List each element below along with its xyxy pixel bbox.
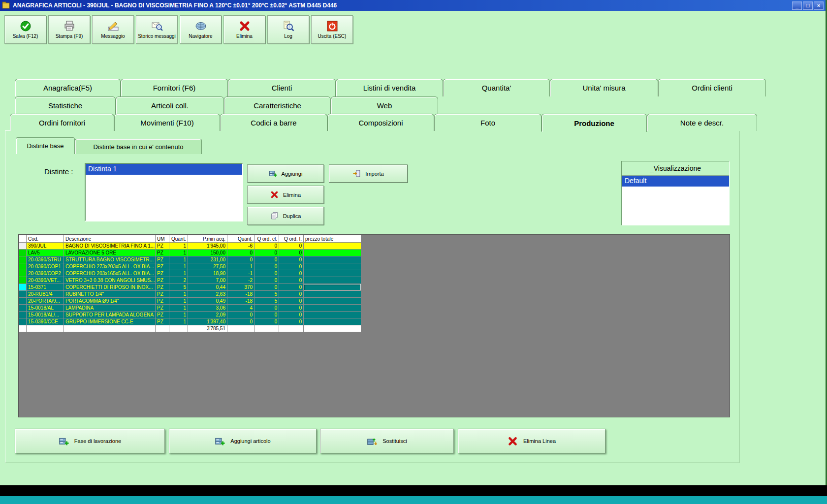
col-header-1[interactable]: Cod. xyxy=(27,235,64,243)
cell-um[interactable]: PZ xyxy=(156,250,169,256)
tab-statistiche[interactable]: Statistiche xyxy=(15,96,116,114)
cell-prezzo_totale[interactable] xyxy=(304,243,361,250)
cell-q_ord_f[interactable]: 0 xyxy=(279,284,304,291)
col-header-4[interactable]: Quant. xyxy=(169,235,188,243)
aggiungi-button[interactable]: Aggiungi xyxy=(247,164,324,183)
cell-p_min_acq[interactable]: 27,50 xyxy=(188,263,227,270)
cell-cod[interactable]: 20-0390/VET... xyxy=(27,277,64,284)
minimize-button[interactable]: _ xyxy=(792,1,802,10)
grid-row-7[interactable]: 15-0371COPERCHIETTI DI RIPOSO IN INOX...… xyxy=(19,284,361,291)
cell-p_min_acq[interactable]: 18,90 xyxy=(188,270,227,277)
importa-button[interactable]: Importa xyxy=(329,164,408,183)
row-marker[interactable] xyxy=(19,298,27,305)
row-marker[interactable] xyxy=(19,312,27,318)
cell-p_min_acq[interactable]: 2,63 xyxy=(188,291,227,298)
cell-prezzo_totale[interactable] xyxy=(304,318,361,325)
cell-quant[interactable]: 1 xyxy=(169,256,188,263)
cell-q_ord_cl[interactable]: 0 xyxy=(254,277,279,284)
cell-descrizione[interactable]: GRUPPO IMMERSIONE CC-E xyxy=(64,318,156,325)
cell-um[interactable]: PZ xyxy=(156,243,169,250)
cell-descrizione[interactable]: STRUTTURA BAGNO VISCOSIMETR... xyxy=(64,256,156,263)
grid-row-6[interactable]: 20-0390/VET...VETRO 3+3 0.38 CON ANGOLI … xyxy=(19,277,361,284)
row-marker[interactable] xyxy=(19,263,27,270)
titlebar[interactable]: ANAGRAFICA ARTICOLI - 390/JUL - BAGNO DI… xyxy=(0,0,826,11)
row-marker[interactable] xyxy=(19,305,27,312)
cell-cod[interactable]: 15-0018/AL xyxy=(27,305,64,312)
cell-quant[interactable]: 1 xyxy=(169,305,188,312)
visualizzazione-list-item[interactable]: Default xyxy=(622,176,729,187)
stampa-button[interactable]: Stampa (F9) xyxy=(48,15,90,44)
maximize-button[interactable]: □ xyxy=(803,1,813,10)
row-marker[interactable] xyxy=(19,277,27,284)
cell-q_ord_f[interactable]: 0 xyxy=(279,277,304,284)
cell-quant[interactable]: 2 xyxy=(169,277,188,284)
row-marker[interactable] xyxy=(19,318,27,325)
cell-um[interactable]: PZ xyxy=(156,263,169,270)
cell-q_ord_cl[interactable]: 0 xyxy=(254,256,279,263)
row-marker[interactable] xyxy=(19,270,27,277)
cell-um[interactable]: PZ xyxy=(156,291,169,298)
grid-row-4[interactable]: 20-0390/COP1COPERCHIO 273x203x5 ALL. OX … xyxy=(19,263,361,270)
cell-cod[interactable]: 20-0390/COP2 xyxy=(27,270,64,277)
cell-q_ord_cl[interactable]: 0 xyxy=(254,243,279,250)
tab-clienti[interactable]: Clienti xyxy=(228,79,336,96)
tab-produzione[interactable]: Produzione xyxy=(541,114,647,132)
col-header-6[interactable]: Quant. xyxy=(227,235,254,243)
cell-quant[interactable]: 1 xyxy=(169,270,188,277)
cell-descrizione[interactable]: COPERCHIO 203x165x5 ALL. OX BIA... xyxy=(64,270,156,277)
grid-row-9[interactable]: 20-PORTA/9...PORTAGOMMA Ø9 1/4''PZ10,49-… xyxy=(19,298,361,305)
cell-cod[interactable]: 20-0390/STRU xyxy=(27,256,64,263)
cell-descrizione[interactable]: SUPPORTO PER LAMPADA ALOGENA xyxy=(64,312,156,318)
cell-descrizione[interactable]: RUBINETTO 1/4'' xyxy=(64,291,156,298)
cell-um[interactable]: PZ xyxy=(156,318,169,325)
cell-p_min_acq[interactable]: 231,00 xyxy=(188,256,227,263)
row-marker[interactable] xyxy=(19,250,27,256)
cell-cod[interactable]: 20-RUB1/4 xyxy=(27,291,64,298)
grid-row-12[interactable]: 15-0390/CCEGRUPPO IMMERSIONE CC-EPZ11'39… xyxy=(19,318,361,325)
cell-q_ord_cl[interactable]: 0 xyxy=(254,318,279,325)
cell-descrizione[interactable]: COPERCHIETTI DI RIPOSO IN INOX... xyxy=(64,284,156,291)
tab-note-e-descr[interactable]: Note e descr. xyxy=(647,114,757,131)
cell-q_ord_cl[interactable]: 0 xyxy=(254,250,279,256)
elimina-linea-button[interactable]: Elimina Linea xyxy=(458,429,605,453)
grid-row-3[interactable]: 20-0390/STRUSTRUTTURA BAGNO VISCOSIMETR.… xyxy=(19,256,361,263)
cell-descrizione[interactable]: LAMPADINA xyxy=(64,305,156,312)
close-button[interactable]: × xyxy=(814,1,824,10)
uscita-button[interactable]: Uscita (ESC) xyxy=(311,15,353,44)
tab-movimenti-f10[interactable]: Movimenti (F10) xyxy=(114,114,220,131)
tab-composizioni[interactable]: Composizioni xyxy=(327,114,434,131)
navigatore-button[interactable]: Navigatore xyxy=(180,15,222,44)
cell-q_ord_f[interactable]: 0 xyxy=(279,243,304,250)
grid-row-5[interactable]: 20-0390/COP2COPERCHIO 203x165x5 ALL. OX … xyxy=(19,270,361,277)
subtab-distinte-base[interactable]: Distinte base xyxy=(16,137,75,154)
cell-q_ord_cl[interactable]: 0 xyxy=(254,284,279,291)
cell-quant2[interactable]: 0 xyxy=(227,256,254,263)
col-header-2[interactable]: Descrizione xyxy=(64,235,156,243)
cell-quant[interactable]: 1 xyxy=(169,312,188,318)
cell-p_min_acq[interactable]: 1'397,40 xyxy=(188,318,227,325)
tab-ordini-fornitori[interactable]: Ordini fornitori xyxy=(10,114,114,131)
cell-quant2[interactable]: -18 xyxy=(227,298,254,305)
tab-codici-a-barre[interactable]: Codici a barre xyxy=(220,114,327,131)
cell-p_min_acq[interactable]: 0,44 xyxy=(188,284,227,291)
tab-quantita[interactable]: Quantita' xyxy=(443,79,550,96)
cell-prezzo_totale[interactable] xyxy=(304,256,361,263)
elimina-button[interactable]: Elimina xyxy=(223,15,265,44)
sostituisci-button[interactable]: Sostituisci xyxy=(320,429,454,453)
log-button[interactable]: Log xyxy=(267,15,309,44)
row-marker[interactable] xyxy=(19,284,27,291)
cell-um[interactable]: PZ xyxy=(156,305,169,312)
cell-q_ord_cl[interactable]: 0 xyxy=(254,312,279,318)
cell-quant[interactable]: 1 xyxy=(169,250,188,256)
cell-um[interactable]: PZ xyxy=(156,277,169,284)
cell-um[interactable]: PZ xyxy=(156,270,169,277)
cell-q_ord_f[interactable]: 0 xyxy=(279,270,304,277)
cell-quant2[interactable]: 0 xyxy=(227,250,254,256)
cell-quant2[interactable]: -2 xyxy=(227,277,254,284)
tab-ordini-clienti[interactable]: Ordini clienti xyxy=(658,79,766,96)
cell-quant[interactable]: 1 xyxy=(169,243,188,250)
cell-descrizione[interactable]: LAVORAZIONE 5 ORE xyxy=(64,250,156,256)
col-header-3[interactable]: UM xyxy=(156,235,169,243)
cell-q_ord_f[interactable]: 0 xyxy=(279,298,304,305)
row-marker[interactable] xyxy=(19,256,27,263)
